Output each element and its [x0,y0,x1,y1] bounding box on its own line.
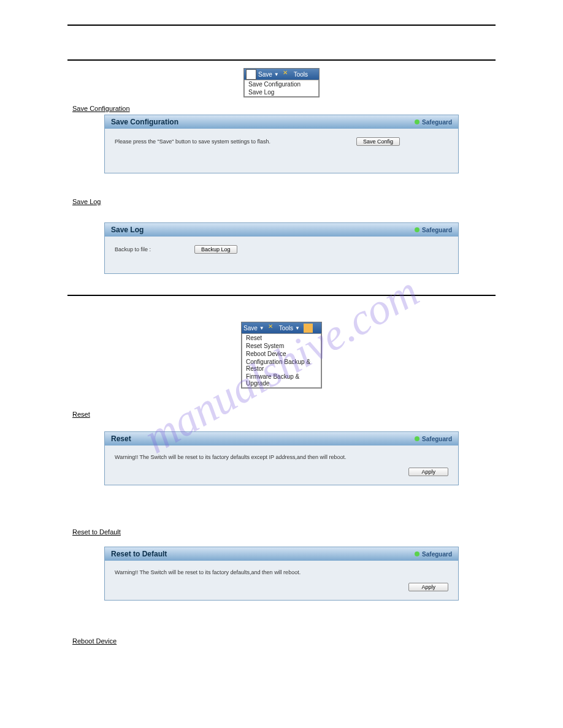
menu-item-reset[interactable]: Reset [242,334,321,342]
header-divider [67,59,496,61]
tools-label: Tools [279,325,293,332]
save-dropdown-menu: Save ▼ Tools Save Configuration Save Log [243,68,320,97]
panel-save-config: Save Configuration Safeguard Please pres… [104,115,459,173]
safeguard-label: Safeguard [422,119,452,126]
panel-save-log: Save Log Safeguard Backup to file : Back… [104,222,459,274]
tools-icon [283,70,292,79]
menu-item-config-backup-restore[interactable]: Configuration Backup & Restor [242,358,321,373]
safeguard-label: Safeguard [422,227,452,233]
save-config-message: Please press the "Save" button to save s… [115,138,270,145]
section-heading-save-config: Save Configuration [72,105,563,112]
chevron-down-icon: ▼ [259,325,264,331]
save-partial-label: Save [243,325,258,332]
panel-body: Warning!! The Switch will be reset to it… [105,561,458,600]
chevron-down-icon: ▼ [274,72,279,77]
section-heading-save-log: Save Log [72,198,563,205]
panel-title: Save Configuration [111,118,178,126]
panel-header: Save Log Safeguard [105,223,458,237]
save-menu-label: Save [258,71,272,78]
menu-item-save-configuration[interactable]: Save Configuration [245,80,318,88]
panel-body: Backup to file : Backup Log [105,237,458,273]
tools-dropdown-menu: Save ▼ Tools ▼ Reset Reset System Reboot… [241,322,322,389]
backup-file-label: Backup to file : [115,246,182,252]
status-dot-icon [415,227,419,232]
panel-title: Save Log [111,226,144,234]
panel-header: Reset Safeguard [105,432,458,446]
section-heading-reboot: Reboot Device [72,637,563,645]
section-heading-reset-default: Reset to Default [72,528,563,536]
menu-item-reboot-device[interactable]: Reboot Device [242,350,321,358]
safeguard-label: Safeguard [422,436,452,442]
section-heading-reset: Reset [72,411,563,418]
panel-title: Reset [111,434,131,443]
menu-item-reset-system[interactable]: Reset System [242,342,321,350]
reset-warning-message: Warning!! The Switch will be reset to it… [115,454,448,460]
save-menu-list: Save Configuration Save Log [244,80,319,97]
wizard-icon [304,324,313,333]
panel-header: Save Configuration Safeguard [105,115,458,129]
tools-menu-list: Reset Reset System Reboot Device Configu… [242,333,321,388]
status-dot-icon [415,552,419,556]
panel-body: Warning!! The Switch will be reset to it… [105,446,458,485]
menu-item-firmware-backup-upgrade[interactable]: Firmware Backup & Upgrade [242,373,321,387]
document-page: manualshive.com Save ▼ Tools Save Config… [0,0,563,728]
panel-reset: Reset Safeguard Warning!! The Switch wil… [104,431,459,485]
backup-log-button[interactable]: Backup Log [194,245,237,254]
apply-button[interactable]: Apply [408,468,448,476]
save-menu-toolbar[interactable]: Save ▼ Tools [244,69,319,80]
panel-title: Reset to Default [111,550,167,558]
save-config-button[interactable]: Save Config [356,137,400,146]
menu-item-save-log[interactable]: Save Log [245,88,318,96]
panel-reset-default: Reset to Default Safeguard Warning!! The… [104,547,459,601]
tools-menu-toolbar[interactable]: Save ▼ Tools ▼ [242,322,321,333]
disk-icon [246,69,256,80]
reset-default-warning-message: Warning!! The Switch will be reset to it… [115,569,448,575]
status-dot-icon [415,119,419,124]
apply-button[interactable]: Apply [408,583,448,591]
panel-body: Please press the "Save" button to save s… [105,129,458,173]
chevron-down-icon: ▼ [295,325,300,331]
status-dot-icon [415,436,419,441]
tools-icon [268,324,277,333]
tools-menu-label: Tools [294,71,308,78]
safeguard-label: Safeguard [422,551,452,558]
panel-header: Reset to Default Safeguard [105,547,458,561]
